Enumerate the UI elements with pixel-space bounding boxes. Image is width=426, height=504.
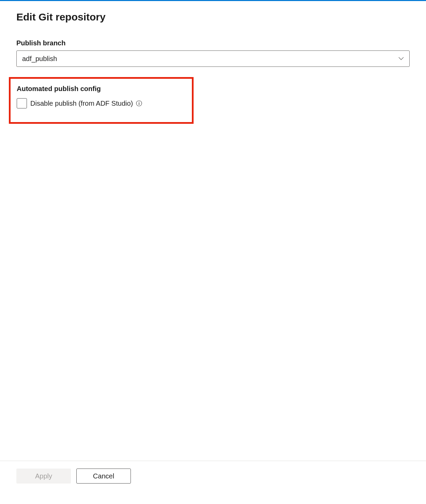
disable-publish-row: Disable publish (from ADF Studio) — [17, 98, 186, 108]
publish-branch-field: Publish branch adf_publish — [16, 39, 410, 67]
disable-publish-label: Disable publish (from ADF Studio) — [30, 99, 142, 107]
cancel-button[interactable]: Cancel — [76, 469, 131, 484]
disable-publish-checkbox[interactable] — [17, 98, 27, 108]
automated-publish-label: Automated publish config — [17, 85, 186, 93]
automated-publish-highlight: Automated publish config Disable publish… — [9, 77, 194, 124]
footer-actions: Apply Cancel — [0, 461, 426, 504]
info-icon[interactable] — [136, 100, 142, 107]
publish-branch-label: Publish branch — [16, 39, 410, 47]
apply-button[interactable]: Apply — [16, 469, 71, 484]
publish-branch-dropdown[interactable]: adf_publish — [16, 50, 410, 67]
page-title: Edit Git repository — [16, 11, 410, 23]
chevron-down-icon — [398, 56, 404, 61]
publish-branch-value: adf_publish — [22, 55, 57, 63]
svg-rect-2 — [139, 103, 139, 105]
svg-point-1 — [139, 102, 139, 102]
